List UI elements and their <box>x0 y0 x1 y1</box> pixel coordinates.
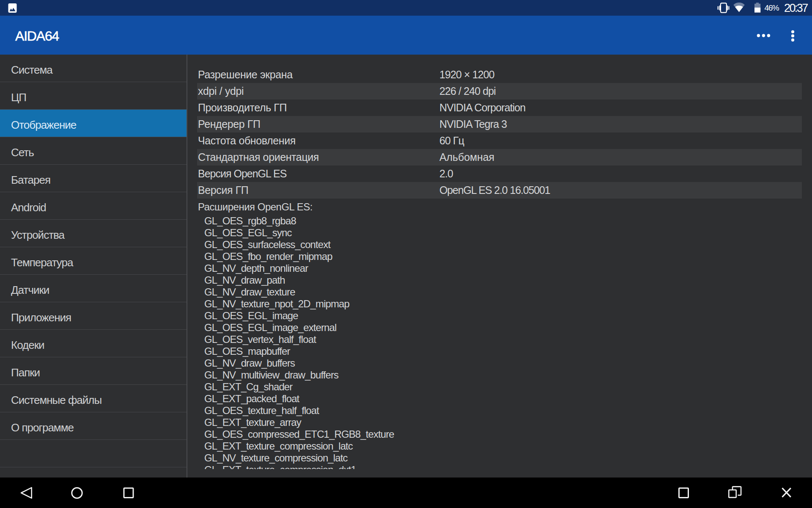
svg-text:20:37: 20:37 <box>784 2 808 14</box>
svg-text:46%: 46% <box>765 3 779 12</box>
